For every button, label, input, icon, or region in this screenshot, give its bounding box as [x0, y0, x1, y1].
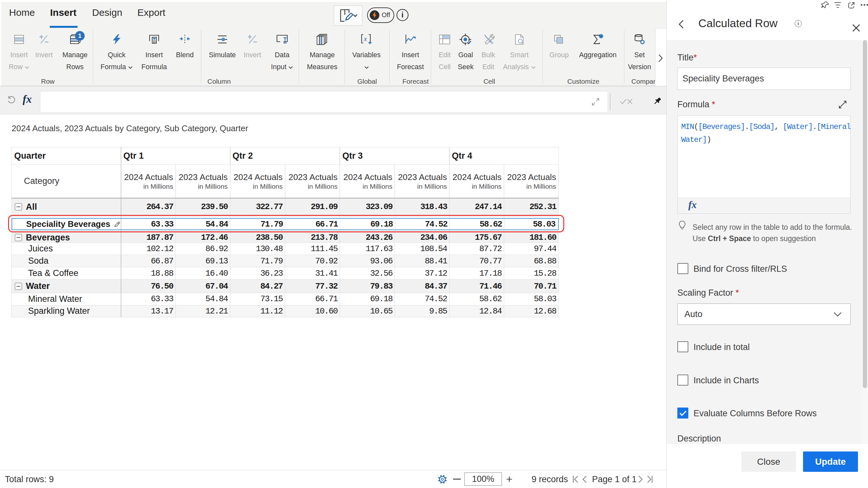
svg-text:x: x	[364, 35, 367, 43]
